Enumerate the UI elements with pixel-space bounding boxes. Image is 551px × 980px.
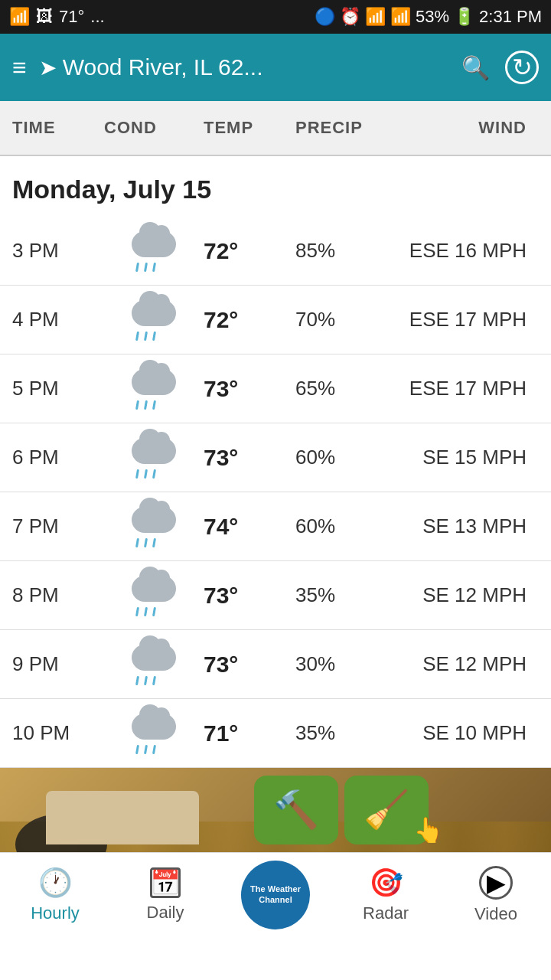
row-temp: 71° <box>204 720 295 746</box>
row-time: 5 PM <box>12 377 104 400</box>
row-wind: SE 13 MPH <box>387 514 539 538</box>
toolbar-icons: 🔍 ↻ <box>461 51 539 84</box>
radar-icon: 🎯 <box>369 867 403 899</box>
row-wind: SE 15 MPH <box>387 446 539 469</box>
row-cond <box>104 368 204 410</box>
row-time: 9 PM <box>12 652 104 676</box>
row-time: 3 PM <box>12 239 104 263</box>
row-wind: ESE 17 MPH <box>387 377 539 400</box>
bluetooth-icon: 🔵 <box>315 7 335 27</box>
cloud-rain-icon <box>127 574 181 616</box>
row-precip: 70% <box>295 308 387 332</box>
video-label: Video <box>474 904 517 924</box>
row-cond <box>104 436 204 479</box>
cloud-rain-icon <box>127 505 181 547</box>
nav-daily[interactable]: 📅 Daily <box>110 853 220 936</box>
col-wind-header: WIND <box>387 118 539 138</box>
row-cond <box>104 712 204 754</box>
row-cond <box>104 505 204 547</box>
content-area: Monday, July 15 3 PM 72° 85% ESE 16 MPH … <box>0 156 551 768</box>
row-cond <box>104 230 204 272</box>
daily-label: Daily <box>147 903 184 923</box>
status-bar: 📶 🖼 71° ... 🔵 ⏰ 📶 📶 53% 🔋 2:31 PM <box>0 0 551 34</box>
signal-icon: 📶 <box>9 7 30 27</box>
location-text: Wood River, IL 62... <box>63 54 263 80</box>
row-cond <box>104 299 204 341</box>
cloud-rain-icon <box>127 299 181 341</box>
daily-calendar-icon: 📅 <box>150 867 181 898</box>
row-time: 7 PM <box>12 514 104 538</box>
search-icon[interactable]: 🔍 <box>461 54 490 81</box>
hourly-clock-icon: 🕐 <box>38 867 73 899</box>
radar-label: Radar <box>363 903 409 923</box>
col-precip-header: PRECIP <box>295 118 387 138</box>
nav-radar[interactable]: 🎯 Radar <box>331 853 441 936</box>
photo-icon: 🖼 <box>36 7 53 27</box>
status-right: 🔵 ⏰ 📶 📶 53% 🔋 2:31 PM <box>315 7 542 27</box>
table-row: 9 PM 73° 30% SE 12 MPH <box>0 630 551 699</box>
table-row: 8 PM 73° 35% SE 12 MPH <box>0 561 551 630</box>
table-row: 5 PM 73° 65% ESE 17 MPH <box>0 354 551 423</box>
row-precip: 85% <box>295 239 387 263</box>
row-precip: 60% <box>295 514 387 538</box>
nav-weather-channel[interactable]: The Weather Channel <box>220 861 331 929</box>
row-temp: 74° <box>204 514 295 540</box>
row-time: 8 PM <box>12 583 104 607</box>
table-row: 6 PM 73° 60% SE 15 MPH <box>0 423 551 492</box>
row-wind: SE 12 MPH <box>387 583 539 607</box>
row-time: 6 PM <box>12 446 104 469</box>
nav-video[interactable]: ▶ Video <box>441 853 551 936</box>
temperature-status: 71° <box>59 7 84 27</box>
row-precip: 65% <box>295 377 387 400</box>
more-icon: ... <box>90 7 104 27</box>
row-precip: 30% <box>295 652 387 676</box>
row-temp: 73° <box>204 445 295 471</box>
cloud-rain-icon <box>127 643 181 685</box>
date-header: Monday, July 15 <box>0 156 551 217</box>
row-time: 4 PM <box>12 308 104 332</box>
clock: 2:31 PM <box>479 7 542 27</box>
location-arrow-icon: ➤ <box>39 55 57 80</box>
hourly-label: Hourly <box>31 903 80 923</box>
row-temp: 72° <box>204 307 295 333</box>
wifi-icon: 📶 <box>365 7 386 27</box>
alarm-icon: ⏰ <box>340 7 360 27</box>
battery-icon: 🔋 <box>454 7 474 27</box>
toolbar-title[interactable]: ➤ Wood River, IL 62... <box>39 54 449 80</box>
table-row: 10 PM 71° 35% SE 10 MPH <box>0 699 551 768</box>
weather-channel-circle: The Weather Channel <box>241 861 310 929</box>
row-temp: 73° <box>204 652 295 678</box>
col-time-header: TIME <box>12 118 104 138</box>
status-left: 📶 🖼 71° ... <box>9 7 105 27</box>
ad-app-buttons[interactable]: 🔨 🧹 <box>254 776 429 844</box>
col-temp-header: TEMP <box>204 118 295 138</box>
toolbar: ≡ ➤ Wood River, IL 62... 🔍 ↻ <box>0 34 551 101</box>
cell-signal-icon: 📶 <box>390 7 411 27</box>
cloud-rain-icon <box>127 436 181 479</box>
col-cond-header: COND <box>104 118 204 138</box>
menu-button[interactable]: ≡ <box>12 54 27 82</box>
cloud-rain-icon <box>127 712 181 754</box>
nav-hourly[interactable]: 🕐 Hourly <box>0 853 110 936</box>
refresh-icon[interactable]: ↻ <box>505 51 539 84</box>
ad-hammer-button[interactable]: 🔨 <box>254 776 338 844</box>
row-precip: 35% <box>295 721 387 745</box>
bottom-nav: 🕐 Hourly 📅 Daily The Weather Channel 🎯 R… <box>0 852 551 936</box>
row-wind: ESE 17 MPH <box>387 308 539 332</box>
row-wind: ESE 16 MPH <box>387 239 539 263</box>
ad-inner: 🔨 🧹 👆 <box>0 768 551 852</box>
battery-percent: 53% <box>416 7 449 27</box>
weather-rows-container: 3 PM 72° 85% ESE 16 MPH 4 PM <box>0 217 551 768</box>
ad-banner[interactable]: 🔨 🧹 👆 <box>0 768 551 852</box>
table-row: 4 PM 72° 70% ESE 17 MPH <box>0 286 551 354</box>
row-wind: SE 10 MPH <box>387 721 539 745</box>
table-row: 3 PM 72° 85% ESE 16 MPH <box>0 217 551 286</box>
row-temp: 73° <box>204 583 295 609</box>
ad-cursor-icon: 👆 <box>413 815 444 844</box>
row-cond <box>104 643 204 685</box>
table-row: 7 PM 74° 60% SE 13 MPH <box>0 492 551 561</box>
column-headers: TIME COND TEMP PRECIP WIND <box>0 101 551 156</box>
row-time: 10 PM <box>12 721 104 745</box>
row-wind: SE 12 MPH <box>387 652 539 676</box>
row-precip: 60% <box>295 446 387 469</box>
